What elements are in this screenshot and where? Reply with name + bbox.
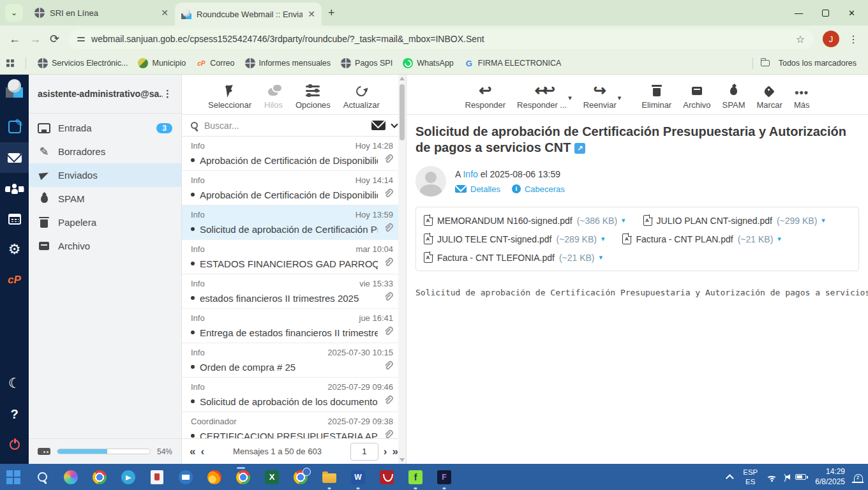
delete-button[interactable]: Eliminar [641, 83, 671, 110]
last-page-button[interactable]: » [393, 445, 398, 458]
volume-icon[interactable]: ) [786, 473, 786, 482]
search-options-chevron-icon[interactable] [391, 121, 398, 128]
scroll-down-icon[interactable] [400, 458, 405, 462]
first-page-button[interactable]: « [190, 445, 195, 458]
search-input[interactable] [204, 121, 365, 131]
telegram-icon[interactable] [120, 469, 137, 486]
message-row[interactable]: Coordinador 2025-07-29 09:38 CERTIFICACI… [182, 412, 398, 438]
search-scope-mail-icon[interactable] [371, 121, 385, 130]
folder-item[interactable]: Borradores [29, 140, 181, 163]
attachment-menu-icon[interactable]: ▾ [777, 235, 781, 243]
message-row[interactable]: Info Hoy 14:28 Aprobación de Certificaci… [182, 137, 398, 171]
monitor-icon[interactable] [177, 469, 194, 486]
apps-grid-icon[interactable] [6, 59, 14, 67]
mail-nav-button[interactable] [0, 142, 29, 173]
threads-button[interactable]: Hilos [264, 83, 283, 110]
attachment-menu-icon[interactable]: ▾ [601, 235, 605, 243]
attachment-menu-icon[interactable]: ▾ [599, 253, 603, 262]
prev-page-button[interactable]: ‹ [200, 445, 204, 458]
chrome-icon[interactable] [91, 469, 108, 486]
attachment-menu-icon[interactable]: ▾ [622, 216, 625, 225]
compose-button[interactable] [0, 112, 29, 142]
all-bookmarks-button[interactable]: Todos los marcadores [774, 57, 862, 70]
word-icon[interactable] [350, 469, 366, 486]
f-dark-icon[interactable] [436, 469, 453, 486]
bookmark-item[interactable]: Servicios Electrónic... [33, 56, 133, 70]
f-green-icon[interactable] [407, 469, 424, 486]
bookmark-item[interactable]: WhatsApp [398, 56, 459, 70]
options-button[interactable]: Opciones [296, 83, 331, 110]
message-row[interactable]: Info Hoy 13:59 Solicitud de aprobación d… [182, 205, 398, 240]
recycle-icon[interactable] [149, 469, 165, 486]
bookmark-item[interactable]: Pagos SPI [336, 56, 398, 70]
message-row[interactable]: Info mar 10:04 ESTADOS FINANCIEROS GAD P… [182, 240, 398, 274]
message-row[interactable]: Info Hoy 14:14 Aprobación de Certificaci… [182, 171, 398, 205]
attachment-item[interactable]: JULIO TELE CNT-signed.pdf (~289 KB) ▾ [424, 230, 604, 248]
profile-avatar[interactable]: J [823, 31, 839, 47]
scroll-up-icon[interactable] [400, 77, 405, 80]
message-row[interactable]: Info jue 16:41 Entrega de estados financ… [182, 309, 398, 343]
folder-item[interactable]: Enviados [29, 163, 181, 187]
next-page-button[interactable]: › [384, 445, 387, 458]
open-in-new-window-icon[interactable]: ↗ [574, 143, 585, 154]
search-icon[interactable] [34, 469, 50, 486]
back-button[interactable]: ← [9, 33, 20, 46]
firefox-icon[interactable] [206, 469, 223, 486]
notifications-bell-icon[interactable] [854, 474, 863, 482]
page-number-input[interactable] [350, 443, 378, 461]
folder-item[interactable]: Entrada 3 [29, 116, 181, 140]
battery-icon[interactable] [795, 474, 806, 480]
bookmark-item[interactable]: Informes mensuales [240, 56, 336, 70]
folder-item[interactable]: Papelera [29, 211, 181, 234]
attachment-item[interactable]: JULIO PLAN CNT-signed.pdf (~299 KB) ▾ [643, 211, 825, 230]
bookmark-star-icon[interactable]: ☆ [796, 33, 805, 45]
reply-all-button[interactable]: ↩↩ Responder ... [517, 83, 567, 110]
help-button[interactable]: ? [0, 399, 29, 429]
logout-button[interactable] [0, 429, 29, 460]
tab-search-button[interactable]: ⌄ [5, 4, 23, 22]
bookmark-item[interactable]: Municipio [133, 56, 191, 70]
copilot-icon[interactable] [63, 469, 79, 486]
window-close-button[interactable]: ✕ [848, 8, 855, 18]
bookmark-item[interactable]: Correo [191, 56, 239, 70]
archive-button[interactable]: Archivo [683, 83, 710, 110]
reload-button[interactable]: ⟳ [50, 32, 59, 46]
message-row[interactable]: Info 2025-07-30 10:15 Orden de compra # … [182, 343, 398, 378]
mark-button[interactable]: Marcar [756, 83, 782, 110]
chrome-j-icon[interactable] [235, 469, 251, 486]
wifi-icon[interactable] [767, 476, 777, 482]
reply-button[interactable]: ↩ Responder [465, 83, 506, 110]
cpanel-button[interactable]: cP [0, 265, 29, 295]
folder-item[interactable]: Archivo [29, 234, 181, 258]
scrollbar-thumb[interactable] [400, 84, 405, 140]
chrome-gear-icon[interactable] [292, 469, 309, 486]
message-row[interactable]: Info vie 15:33 estados financieros II tr… [182, 274, 398, 309]
forward-button[interactable]: ↪ Reenviar [583, 83, 617, 110]
attachment-item[interactable]: Factura - CNT PLAN.pdf (~21 KB) ▾ [622, 230, 781, 248]
select-button[interactable]: Seleccionar [208, 83, 251, 110]
tab-close-icon[interactable]: ✕ [308, 9, 315, 19]
spam-button[interactable]: SPAM [722, 83, 745, 110]
account-menu-icon[interactable]: ⋮ [163, 88, 172, 100]
tray-chevron-icon[interactable] [726, 474, 734, 482]
window-minimize-button[interactable]: — [795, 8, 803, 18]
bookmark-item[interactable]: FIRMA ELECTRONICA [459, 56, 567, 70]
recipient-link[interactable]: Info [463, 169, 477, 179]
clock[interactable]: 14:29 6/8/2025 [815, 467, 845, 487]
contacts-nav-button[interactable] [0, 173, 29, 204]
tab-sri[interactable]: SRI en Línea ✕ [28, 2, 175, 24]
forward-menu-icon[interactable]: ▾ [618, 94, 622, 110]
start-icon[interactable] [5, 469, 22, 486]
folder-icon[interactable] [321, 469, 338, 486]
list-scrollbar[interactable] [398, 75, 406, 464]
site-settings-icon[interactable] [77, 37, 85, 41]
language-indicator[interactable]: ESP ES [743, 468, 758, 486]
headers-toggle[interactable]: i Cabeceras [512, 184, 565, 194]
refresh-button[interactable]: Actualizar [343, 83, 380, 110]
tab-close-icon[interactable]: ✕ [161, 8, 168, 18]
window-maximize-button[interactable] [822, 10, 829, 17]
attachment-item[interactable]: MEMORANDUM N160-signed.pdf (~386 KB) ▾ [424, 211, 625, 230]
details-toggle[interactable]: Detalles [455, 184, 500, 194]
attachment-item[interactable]: Factura - CNT TLEFONIA.pdf (~21 KB) ▾ [424, 248, 602, 267]
tab-roundcube[interactable]: Roundcube Webmail :: Enviados ✕ [175, 3, 322, 26]
